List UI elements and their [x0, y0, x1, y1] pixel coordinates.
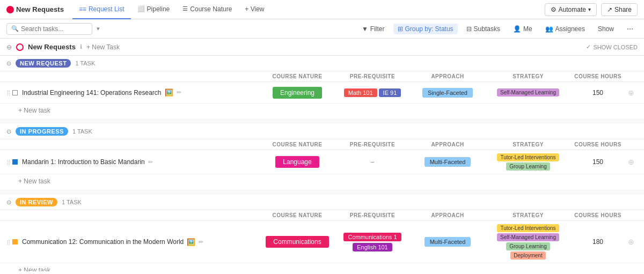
- group-spacer: [0, 120, 644, 124]
- add-field-button[interactable]: ⊕: [628, 158, 634, 166]
- share-button[interactable]: ↗ Share: [601, 3, 638, 16]
- hours-cell: 150: [571, 158, 625, 166]
- course-nature-cell: Engineering: [260, 87, 335, 99]
- col-approach-header: APPROACH: [410, 142, 485, 147]
- group-expand-icon[interactable]: ⊙: [6, 128, 11, 135]
- automate-button[interactable]: ⚙ Automate ▾: [545, 3, 597, 16]
- col-course-nature-header: COURSE NATURE: [260, 142, 335, 147]
- strategy-pill: Self-Managed Learning: [497, 233, 559, 241]
- show-closed-area[interactable]: ✓ SHOW CLOSED: [586, 43, 638, 50]
- group-in-review: ⊙ IN REVIEW 1 TASK COURSE NATURE PRE-REQ…: [0, 195, 644, 271]
- more-icon: ⋯: [627, 25, 633, 33]
- group-spacer: [0, 190, 644, 195]
- prereq-pill: Math 101: [344, 88, 377, 97]
- task-checkbox[interactable]: [12, 159, 18, 165]
- col-course-nature-header: COURSE NATURE: [260, 212, 335, 218]
- drag-handle-icon[interactable]: ⣿: [6, 159, 10, 165]
- show-button[interactable]: Show: [594, 24, 618, 34]
- tab-add-view[interactable]: + View: [238, 0, 270, 19]
- search-icon: 🔍: [11, 25, 19, 32]
- new-task-row[interactable]: + New task: [0, 103, 644, 119]
- approach-pill: Single-Faceted: [422, 88, 473, 98]
- add-cell: ⊕: [625, 158, 638, 166]
- group-by-button[interactable]: ⊞ Group by: Status: [393, 24, 458, 34]
- drag-handle-icon[interactable]: ⣿: [6, 239, 10, 245]
- search-input[interactable]: [21, 25, 87, 33]
- new-task-row[interactable]: + New task: [0, 263, 644, 271]
- prereq-pills: Communications 1English 101: [335, 233, 410, 251]
- nav-right: ⚙ Automate ▾ ↗ Share: [545, 3, 638, 16]
- table-row: ⣿ Mandarin 1: Introduction to Basic Mand…: [0, 150, 644, 174]
- col-strategy-header: STRATEGY: [485, 142, 571, 147]
- strategy-pill: Tutor-Led Interventions: [497, 224, 559, 232]
- share-icon: ↗: [607, 6, 612, 13]
- strategy-cell: Tutor-Led InterventionsGroup Learning: [485, 153, 571, 171]
- col-approach-header: APPROACH: [410, 212, 485, 218]
- more-options-button[interactable]: ⋯: [623, 24, 638, 34]
- column-headers: COURSE NATURE PRE-REQUISITE APPROACH STR…: [0, 139, 644, 150]
- prereq-pill: English 101: [353, 243, 392, 251]
- approach-pill: Multi-Faceted: [425, 157, 471, 167]
- approach-cell: Single-Faceted: [410, 88, 485, 98]
- approach-cell: Multi-Faceted: [410, 157, 485, 167]
- task-title[interactable]: Communication 12: Communication in the M…: [22, 238, 184, 246]
- group-header-new-request: ⊙ NEW REQUEST 1 TASK: [0, 56, 644, 71]
- filter-icon: ▼: [362, 25, 368, 33]
- group-expand-icon[interactable]: ⊙: [6, 199, 11, 206]
- task-name: Communication 12: Communication in the M…: [22, 238, 260, 246]
- group-count: 1 TASK: [72, 128, 92, 135]
- nav-title: New Requests: [16, 5, 64, 13]
- task-checkbox[interactable]: [12, 239, 18, 245]
- tab-course-nature[interactable]: ☰ Course Nature: [176, 0, 238, 19]
- subtasks-button[interactable]: ⊟ Subtasks: [462, 24, 504, 34]
- page-title: New Requests: [28, 43, 76, 51]
- group-header-in-progress: ⊙ IN PROGRESS 1 TASK: [0, 124, 644, 139]
- edit-icon[interactable]: ✏: [177, 89, 181, 96]
- col-hours-header: COURSE HOURS: [571, 142, 625, 147]
- me-button[interactable]: 👤 Me: [509, 24, 537, 34]
- group-count: 1 TASK: [75, 60, 95, 66]
- search-box[interactable]: 🔍: [6, 23, 92, 35]
- task-name: Industrial Engineering 141: Operations R…: [22, 88, 260, 97]
- request-list-icon: ≡≡: [79, 5, 86, 13]
- tab-pipeline[interactable]: ⬜ Pipeline: [131, 0, 177, 19]
- collapse-icon[interactable]: ⊖: [6, 43, 12, 51]
- tab-request-list[interactable]: ≡≡ Request List: [72, 0, 131, 19]
- col-pre-req-header: PRE-REQUISITE: [335, 73, 410, 79]
- table-row: ⣿ Industrial Engineering 141: Operations…: [0, 82, 644, 103]
- logo-circle: [6, 6, 14, 13]
- add-field-button[interactable]: ⊕: [628, 88, 634, 97]
- toolbar: 🔍 ▾ ▼ Filter ⊞ Group by: Status ⊟ Subtas…: [0, 19, 644, 39]
- task-title[interactable]: Industrial Engineering 141: Operations R…: [22, 89, 162, 97]
- dropdown-arrow[interactable]: ▾: [97, 25, 100, 32]
- column-headers: COURSE NATURE PRE-REQUISITE APPROACH STR…: [0, 210, 644, 221]
- new-task-row[interactable]: + New task: [0, 174, 644, 189]
- new-task-button[interactable]: + New Task: [86, 43, 120, 51]
- assignees-button[interactable]: 👥 Assignees: [541, 24, 589, 34]
- col-pre-req-header: PRE-REQUISITE: [335, 142, 410, 147]
- column-headers: COURSE NATURE PRE-REQUISITE APPROACH STR…: [0, 71, 644, 82]
- group-expand-icon[interactable]: ⊙: [6, 60, 11, 67]
- strategy-pill: Group Learning: [506, 242, 550, 250]
- col-hours-header: COURSE HOURS: [571, 212, 625, 218]
- assignees-icon: 👥: [545, 25, 553, 33]
- group-new-request: ⊙ NEW REQUEST 1 TASK COURSE NATURE PRE-R…: [0, 56, 644, 119]
- course-nature-pill: Engineering: [273, 87, 322, 99]
- add-cell: ⊕: [625, 238, 638, 246]
- check-icon: ✓: [586, 43, 591, 50]
- course-nature-pill: Language: [275, 156, 319, 168]
- pre-req-cell: Math 101IE 91: [335, 88, 410, 97]
- prereq-dash: –: [371, 158, 375, 166]
- toolbar-actions: ▼ Filter ⊞ Group by: Status ⊟ Subtasks 👤…: [357, 24, 638, 34]
- col-approach-header: APPROACH: [410, 73, 485, 79]
- task-checkbox[interactable]: [12, 90, 18, 95]
- hours-value: 180: [592, 238, 603, 246]
- add-field-button[interactable]: ⊕: [628, 238, 634, 246]
- task-title[interactable]: Mandarin 1: Introduction to Basic Mandar…: [22, 158, 145, 166]
- filter-button[interactable]: ▼ Filter: [357, 24, 389, 34]
- edit-icon[interactable]: ✏: [148, 159, 153, 166]
- drag-handle-icon[interactable]: ⣿: [6, 90, 10, 95]
- show-closed-label[interactable]: SHOW CLOSED: [593, 44, 638, 50]
- info-icon: ℹ: [80, 43, 82, 50]
- edit-icon[interactable]: ✏: [199, 239, 203, 246]
